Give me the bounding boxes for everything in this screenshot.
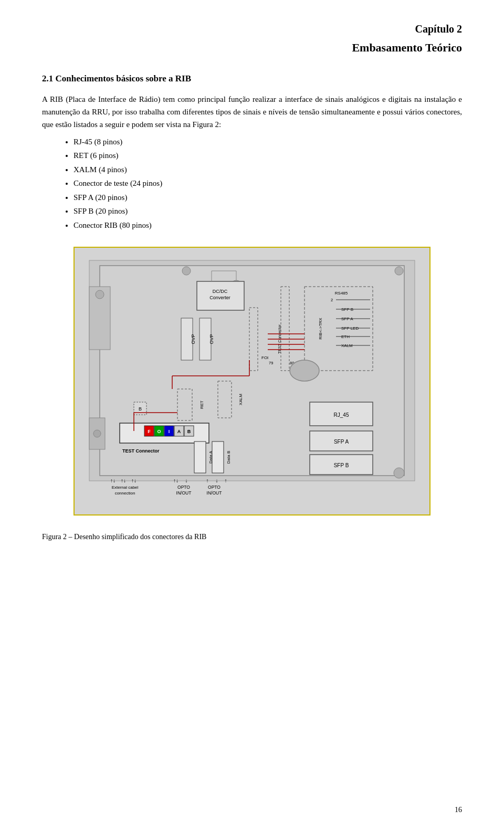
svg-text:DC/DC: DC/DC	[213, 289, 228, 294]
svg-point-5	[93, 430, 101, 437]
svg-rect-35	[194, 441, 206, 473]
svg-text:RJ_45: RJ_45	[334, 412, 349, 418]
svg-text:RS485: RS485	[335, 291, 348, 296]
svg-text:↑: ↑	[206, 478, 209, 483]
svg-text:Data B: Data B	[226, 451, 231, 464]
svg-text:I: I	[169, 429, 170, 434]
list-item: SFP B (20 pinos)	[74, 205, 462, 217]
svg-text:↑↓: ↑↓	[173, 478, 178, 483]
section-title: 2.1 Conhecimentos básicos sobre a RIB	[42, 72, 462, 86]
svg-text:A: A	[177, 429, 181, 434]
svg-point-6	[394, 468, 404, 478]
svg-text:B: B	[139, 406, 142, 412]
svg-point-3	[96, 290, 104, 299]
svg-text:↑: ↑	[225, 478, 227, 483]
svg-text:OVP: OVP	[191, 334, 196, 344]
chapter-header: Capítulo 2 Embasamento Teórico	[42, 21, 462, 56]
svg-text:SFP A: SFP A	[334, 439, 349, 445]
svg-text:79: 79	[269, 361, 273, 365]
svg-text:B: B	[187, 429, 191, 434]
figure-container: DC/DC Converter OVP OVP RET XALM TEST Co…	[74, 247, 430, 516]
svg-text:↓: ↓	[185, 478, 188, 483]
svg-text:RET: RET	[200, 401, 204, 409]
svg-text:↓: ↓	[216, 478, 218, 483]
connector-list: RJ-45 (8 pinos) RET (6 pinos) XALM (4 pi…	[74, 136, 462, 232]
page-number: 16	[455, 804, 462, 815]
list-item: RET (6 pinos)	[74, 150, 462, 162]
svg-text:OVP: OVP	[209, 334, 214, 344]
svg-point-60	[290, 360, 319, 381]
svg-text:2: 2	[331, 298, 333, 302]
svg-text:F: F	[148, 429, 151, 434]
list-item: SFP A (20 pinos)	[74, 192, 462, 204]
svg-text:External cabel: External cabel	[112, 485, 139, 490]
chapter-title: Capítulo 2	[42, 21, 462, 37]
list-item: RJ-45 (8 pinos)	[74, 136, 462, 148]
svg-text:SFP B: SFP B	[334, 462, 349, 468]
svg-text:RIB<->TRX: RIB<->TRX	[318, 318, 323, 340]
svg-text:IN/OUT: IN/OUT	[176, 490, 192, 496]
svg-text:FOI: FOI	[261, 355, 268, 360]
svg-point-8	[182, 267, 191, 275]
list-item: XALM (4 pinos)	[74, 164, 462, 176]
svg-text:↑↓: ↑↓	[110, 478, 116, 483]
svg-text:OPTO: OPTO	[208, 485, 220, 490]
svg-rect-37	[212, 441, 224, 473]
svg-text:IN/OUT: IN/OUT	[207, 490, 222, 496]
svg-text:XALM: XALM	[238, 394, 243, 405]
svg-text:connection: connection	[115, 491, 135, 496]
svg-text:↑↓: ↑↓	[131, 478, 136, 483]
figure-caption: Figura 2 – Desenho simplificado dos cone…	[42, 531, 462, 542]
chapter-subtitle: Embasamento Teórico	[42, 39, 462, 56]
svg-text:Converter: Converter	[209, 295, 230, 300]
svg-text:O: O	[157, 429, 161, 434]
board-diagram: DC/DC Converter OVP OVP RET XALM TEST Co…	[84, 255, 420, 507]
body-paragraph: A RIB (Placa de Interface de Rádio) tem …	[42, 93, 462, 131]
svg-point-7	[395, 267, 403, 275]
list-item: Conector de teste (24 pinos)	[74, 177, 462, 190]
list-item: Conector RIB (80 pinos)	[74, 219, 462, 232]
svg-text:↑↓: ↑↓	[121, 478, 126, 483]
svg-text:OPTO: OPTO	[177, 485, 190, 490]
svg-text:TEST Connector: TEST Connector	[122, 448, 160, 454]
